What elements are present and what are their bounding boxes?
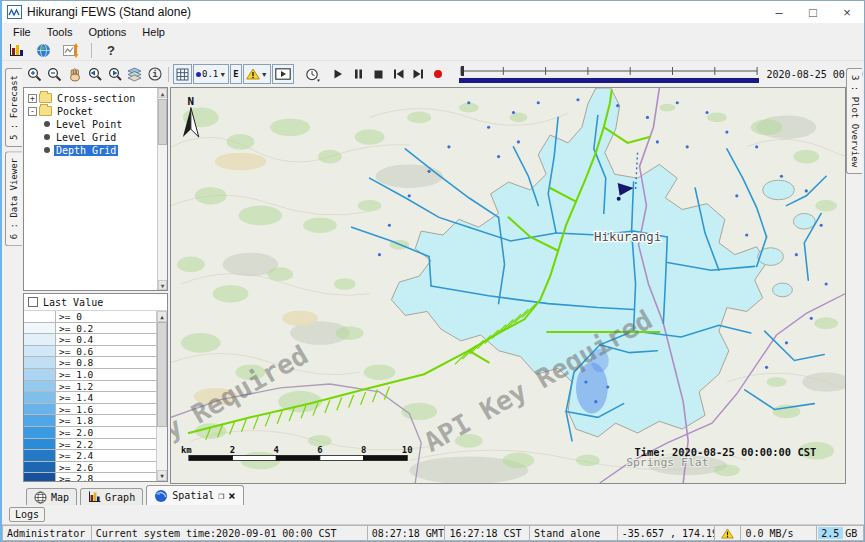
- help-icon[interactable]: ?: [103, 43, 119, 58]
- timeseries-icon[interactable]: [7, 40, 26, 60]
- status-warning-icon[interactable]: [715, 525, 741, 541]
- legend-color-swatch: [24, 369, 56, 380]
- timer-icon[interactable]: [303, 64, 322, 84]
- legend-row[interactable]: >= 2.8: [24, 473, 156, 481]
- spatial-display-icon[interactable]: [61, 40, 80, 60]
- record-icon[interactable]: [429, 64, 448, 84]
- warning-dropdown[interactable]: ▼: [243, 64, 271, 84]
- skip-start-icon[interactable]: [389, 64, 408, 84]
- tab-graph[interactable]: Graph: [80, 488, 143, 505]
- grid-display-icon[interactable]: [34, 40, 53, 60]
- zoom-out-icon[interactable]: [45, 64, 64, 84]
- minimize-button[interactable]: –: [762, 1, 796, 23]
- logs-button[interactable]: Logs: [9, 507, 45, 522]
- tab-spatial[interactable]: Spatial ❐ ×: [146, 485, 243, 505]
- legend-row[interactable]: >= 0.6: [24, 346, 156, 358]
- tree-item-level-grid[interactable]: Level Grid: [28, 131, 165, 143]
- expand-icon[interactable]: +: [28, 94, 37, 103]
- interval-dropdown[interactable]: 0.1 ▼: [193, 64, 229, 84]
- menu-bar: File Tools Options Help: [2, 23, 864, 40]
- legend-scrollbar[interactable]: ▲ ▼: [156, 311, 167, 481]
- folder-icon: [39, 93, 52, 103]
- scroll-up-icon[interactable]: ▲: [157, 311, 167, 322]
- pan-icon[interactable]: [65, 64, 84, 84]
- skip-end-icon[interactable]: [409, 64, 428, 84]
- scroll-up-icon[interactable]: ▲: [158, 88, 167, 98]
- legend-value-label: >= 1.4: [56, 392, 156, 403]
- label-toggle-button[interactable]: E: [230, 64, 241, 84]
- pause-icon[interactable]: [349, 64, 368, 84]
- legend-color-swatch: [24, 427, 56, 438]
- last-value-checkbox[interactable]: [28, 297, 38, 307]
- layers-icon[interactable]: [125, 64, 144, 84]
- close-button[interactable]: ×: [830, 1, 864, 23]
- warning-icon: [246, 68, 260, 80]
- tab-graph-label: Graph: [105, 492, 135, 503]
- last-value-label: Last Value: [43, 297, 103, 308]
- menu-file[interactable]: File: [5, 25, 39, 39]
- legend-color-swatch: [24, 381, 56, 392]
- logs-row: Logs: [2, 505, 864, 524]
- stop-icon[interactable]: [369, 64, 388, 84]
- status-user: Administrator: [2, 525, 92, 541]
- menu-tools[interactable]: Tools: [39, 25, 81, 39]
- legend-row[interactable]: >= 1.0: [24, 369, 156, 381]
- status-local-time: 16:27:18 CST: [445, 525, 530, 541]
- tab-float-icon[interactable]: ❐: [218, 491, 224, 501]
- info-icon[interactable]: i: [145, 64, 164, 84]
- legend-value-label: >= 1.8: [56, 415, 156, 426]
- zoom-previous-icon[interactable]: [85, 64, 104, 84]
- layer-tree: + Cross-section - Pocket Level Point: [23, 87, 168, 291]
- animation-button[interactable]: [272, 64, 294, 84]
- legend-color-swatch: [24, 357, 56, 368]
- scrollbar-thumb[interactable]: [157, 322, 167, 427]
- time-slider[interactable]: [459, 63, 759, 85]
- legend-row[interactable]: >= 2.0: [24, 427, 156, 439]
- scroll-down-icon[interactable]: ▼: [158, 280, 167, 290]
- zoom-next-icon[interactable]: [105, 64, 124, 84]
- interval-value: 0.1: [202, 69, 218, 79]
- legend-value-label: >= 2.0: [56, 427, 156, 438]
- maximize-button[interactable]: □: [796, 1, 830, 23]
- toolbar-separator: [91, 43, 92, 58]
- legend-row[interactable]: >= 1.6: [24, 404, 156, 416]
- tab-data-viewer[interactable]: 6 : Data Viewer: [5, 151, 22, 246]
- tab-plot-overview[interactable]: 3 : Plot Overview: [846, 68, 862, 174]
- label-toggle-glyph: E: [233, 69, 238, 79]
- left-tab-strip: 5 : Forecast 6 : Data Viewer: [2, 61, 22, 484]
- legend-value-label: >= 1.0: [56, 369, 156, 380]
- status-mode: Stand alone: [530, 525, 618, 541]
- menu-help[interactable]: Help: [134, 25, 173, 39]
- menu-options[interactable]: Options: [80, 25, 134, 39]
- scrollbar-thumb[interactable]: [158, 99, 167, 145]
- legend-row[interactable]: >= 2.4: [24, 450, 156, 462]
- legend-row[interactable]: >= 2.2: [24, 439, 156, 451]
- legend-row[interactable]: >= 1.2: [24, 381, 156, 393]
- legend-row[interactable]: >= 1.8: [24, 415, 156, 427]
- tree-item-level-point[interactable]: Level Point: [28, 118, 165, 130]
- tree-scrollbar[interactable]: ▲ ▼: [157, 88, 167, 290]
- legend-color-swatch: [24, 404, 56, 415]
- tab-close-icon[interactable]: ×: [228, 490, 235, 502]
- grid-toggle-button[interactable]: [173, 64, 192, 84]
- tab-map[interactable]: Map: [26, 488, 77, 505]
- tree-item-pocket[interactable]: - Pocket: [28, 105, 165, 117]
- legend-row[interactable]: >= 2.6: [24, 462, 156, 474]
- zoom-in-icon[interactable]: [25, 64, 44, 84]
- tree-item-cross-section[interactable]: + Cross-section: [28, 92, 165, 104]
- legend-panel: Last Value >= 0>= 0.2>= 0.4>= 0.6>= 0.8>…: [23, 293, 168, 482]
- collapse-icon[interactable]: -: [28, 107, 37, 116]
- chevron-down-icon: ▼: [219, 71, 226, 78]
- legend-row[interactable]: >= 0: [24, 311, 156, 323]
- legend-row[interactable]: >= 0.8: [24, 357, 156, 369]
- legend-value-label: >= 0.2: [56, 323, 156, 334]
- legend-row[interactable]: >= 1.4: [24, 392, 156, 404]
- status-coordinates: -35.657 , 174.199: [618, 525, 716, 541]
- legend-row[interactable]: >= 0.2: [24, 323, 156, 335]
- map-viewport[interactable]: Hikurangi Springs Flat API Key Required …: [170, 87, 846, 484]
- legend-row[interactable]: >= 0.4: [24, 334, 156, 346]
- play-icon[interactable]: [329, 64, 348, 84]
- scroll-down-icon[interactable]: ▼: [157, 470, 167, 481]
- tab-forecast[interactable]: 5 : Forecast: [5, 68, 22, 147]
- tree-item-depth-grid[interactable]: Depth Grid: [28, 144, 165, 156]
